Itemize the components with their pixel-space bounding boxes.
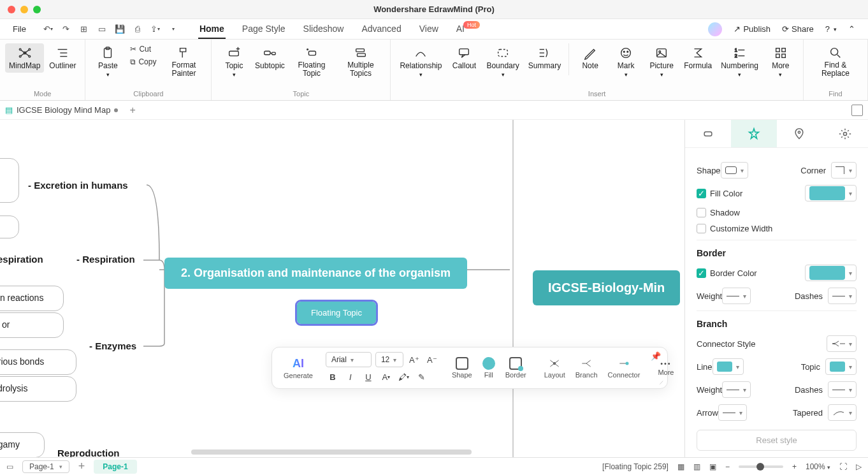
font-increase-button[interactable]: A⁺ [407,353,421,367]
tab-advanced[interactable]: Advanced [360,20,402,39]
font-decrease-button[interactable]: A⁻ [425,353,439,367]
node-bonds[interactable]: arious bonds [0,349,76,375]
node-ion-reactions[interactable]: ion reactions [0,286,64,311]
new-button[interactable]: ⊞ [77,22,91,36]
font-color-button[interactable]: A▾ [379,370,393,384]
tab-slideshow[interactable]: Slideshow [302,20,345,39]
find-replace-button[interactable]: Find & Replace [809,43,862,80]
add-page-button[interactable]: + [78,460,85,473]
sp-tab-map[interactable] [777,120,823,147]
highlight-button[interactable]: 🖍▾ [397,370,411,384]
more-format-button[interactable]: •••More [653,360,679,376]
sp-tab-style[interactable] [731,120,777,147]
shape-button[interactable]: Shape [447,357,477,379]
shadow-checkbox[interactable] [697,208,706,217]
copy-button[interactable]: ⧉Copy [126,56,160,68]
help-button[interactable]: ?▾ [825,24,837,34]
layers-icon[interactable]: ▥ [693,462,700,471]
tab-ai[interactable]: AIHot [455,20,481,39]
grid-icon[interactable]: ▦ [677,462,684,471]
tab-view[interactable]: View [418,20,440,39]
arrow-select[interactable]: ▾ [718,404,747,421]
connector-style-select[interactable]: ▾ [827,335,857,352]
customize-width-checkbox[interactable] [697,224,706,233]
panels-toggle-button[interactable] [851,105,863,116]
note-button[interactable]: Note [573,43,607,73]
border-button[interactable]: Border [500,357,532,379]
node-espiration-partial[interactable]: espiration [0,254,43,265]
sp-tab-topic[interactable] [685,120,731,147]
italic-button[interactable]: I [344,370,358,384]
more-qat[interactable]: ▾ [166,22,180,36]
node-partial-1[interactable] [0,158,19,203]
zoom-slider[interactable] [739,465,783,468]
ai-generate-button[interactable]: AI Generate [278,357,318,379]
reset-style-button[interactable]: Reset style [697,430,857,451]
border-dashes-select[interactable]: ▾ [828,288,857,304]
print-button[interactable]: ⎙ [131,22,145,36]
boundary-button[interactable]: Boundary▾ [482,43,523,80]
collapse-ribbon-button[interactable]: ⌃ [848,24,855,34]
formula-button[interactable]: Formula [680,43,716,73]
border-color-select[interactable]: ▾ [805,265,857,281]
mindmap-button[interactable]: MindMap [5,43,44,73]
relationship-button[interactable]: Relationship▾ [396,43,445,80]
node-ogamy[interactable]: ogamy [0,432,45,457]
node-partial-2[interactable] [0,216,19,238]
save-button[interactable]: 💾 [113,22,127,36]
multiple-topics-button[interactable]: Multiple Topics [336,43,385,80]
file-menu[interactable]: File [5,22,34,36]
bold-button[interactable]: B [326,370,340,384]
branch-dashes-select[interactable]: ▾ [828,381,857,398]
mark-button[interactable]: Mark▾ [609,43,643,80]
clear-format-button[interactable]: ✎ [415,370,429,384]
topic-color-select[interactable]: ▾ [825,358,857,375]
page-select[interactable]: Page-1▾ [22,460,69,473]
root-topic[interactable]: IGCSE-Biology-Min [533,270,680,305]
fill-color-select[interactable]: ▾ [805,185,857,201]
branch-weight-select[interactable]: ▾ [722,381,751,398]
callout-button[interactable]: Callout [447,43,481,73]
canvas-h-scrollbar[interactable] [191,449,472,455]
node-excretion[interactable]: - Excretion in humans [28,180,128,191]
traffic-lights[interactable] [8,6,41,13]
add-doc-tab-button[interactable]: + [126,105,139,116]
format-painter-button[interactable]: Format Painter [161,43,206,80]
publish-button[interactable]: ↗Publish [734,24,770,34]
fill-color-checkbox[interactable]: ✓ [697,189,706,198]
open-button[interactable]: ▭ [95,22,109,36]
zoom-out-button[interactable]: − [725,462,730,471]
summary-button[interactable]: Summary [524,43,565,73]
outline-icon[interactable]: ▭ [6,462,13,471]
branch-button[interactable]: Branch [570,357,603,379]
tab-home[interactable]: Home [198,20,226,39]
floating-topic-selected[interactable]: Floating Topic [297,302,376,324]
present-button[interactable]: ▷ [856,462,862,471]
canvas[interactable]: - Excretion in humans espiration - Respi… [0,120,684,457]
corner-select[interactable]: ▾ [831,162,857,179]
user-avatar[interactable] [708,22,722,36]
topic-organisation[interactable]: 2. Organisation and maintenance of the o… [164,258,467,289]
sp-tab-settings[interactable] [822,120,868,147]
border-color-checkbox[interactable]: ✓ [697,268,706,278]
more-insert-button[interactable]: More▾ [763,43,798,80]
line-color-select[interactable]: ▾ [712,358,744,375]
floating-topic-button[interactable]: Floating Topic [288,43,335,80]
undo-button[interactable]: ↶▾ [41,22,55,36]
tapered-select[interactable]: ▾ [828,404,857,421]
topic-button[interactable]: Topic▾ [217,43,251,80]
paste-button[interactable]: Paste▾ [90,43,125,80]
share-button[interactable]: ⟳Share [782,24,814,34]
node-reproduction[interactable]: Reproduction [57,448,120,457]
export-button[interactable]: ⇪▾ [148,22,163,36]
node-enzymes[interactable]: - Enzymes [89,340,136,351]
layout-button[interactable]: Layout [539,357,570,379]
node-respiration[interactable]: - Respiration [76,254,135,265]
fullscreen-button[interactable]: ⛶ [839,462,847,471]
node-yl[interactable]: yl or [0,312,64,338]
pin-icon[interactable]: 📌 [651,351,661,361]
numbering-button[interactable]: 12Numbering▾ [717,43,762,80]
fit-icon[interactable]: ▣ [709,462,716,471]
doc-tab-active[interactable]: ▤ IGCSE Biology Mind Map [5,105,118,115]
connector-button[interactable]: Connector [603,357,646,379]
